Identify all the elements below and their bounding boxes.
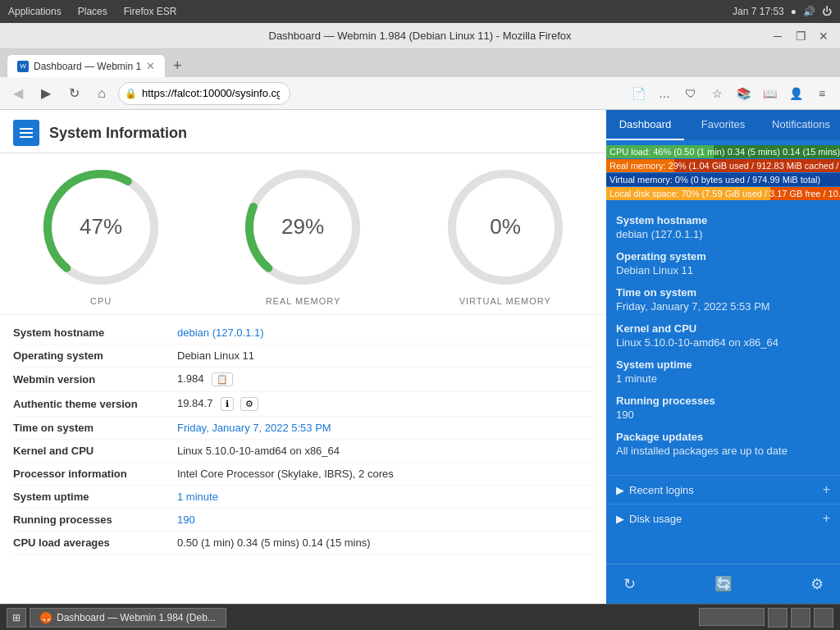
places-menu[interactable]: Places xyxy=(78,6,107,17)
theme-info-btn[interactable]: ℹ xyxy=(221,397,234,411)
cpu-load-value: 0.50 (1 min) 0.34 (5 mins) 0.14 (15 mins… xyxy=(177,536,593,549)
firefox-esr-menu[interactable]: Firefox ESR xyxy=(124,6,177,17)
cpu-load-bar-text: CPU load: 46% (0.50 (1 min) 0.34 (5 mins… xyxy=(606,145,840,158)
cpu-gauge-label: CPU xyxy=(90,296,112,306)
processes-link[interactable]: 190 xyxy=(177,514,195,526)
more-button[interactable]: … xyxy=(653,82,676,105)
processes-label: Running processes xyxy=(13,514,177,526)
hostname-value: debian (127.0.1.1) xyxy=(177,326,593,339)
active-tab[interactable]: W Dashboard — Webmin 1 ✕ xyxy=(7,54,166,77)
time-label: Time on system xyxy=(13,422,177,434)
recent-logins-label: ▶ Recent logins xyxy=(616,484,694,496)
volume-icon[interactable]: 🔊 xyxy=(803,6,815,17)
disk-space-bar[interactable]: Local disk space: 70% (7.59 GiB used / 3… xyxy=(606,187,840,200)
disk-usage-chevron: ▶ xyxy=(616,513,624,525)
sidebar-packages-value: All installed packages are up to date xyxy=(616,445,830,457)
bookmark-button[interactable]: ☆ xyxy=(705,82,728,105)
sidebar-processes-item: Running processes 190 xyxy=(616,395,830,421)
tab-notifications[interactable]: Notifications xyxy=(762,110,840,140)
webmin-header: System Information xyxy=(0,110,606,153)
hostname-link[interactable]: debian (127.0.1.1) xyxy=(177,326,264,339)
minimize-button[interactable]: ─ xyxy=(768,26,788,46)
tab-close-button[interactable]: ✕ xyxy=(146,60,155,72)
maximize-button[interactable]: ❐ xyxy=(791,26,810,46)
theme-version-label: Authentic theme version xyxy=(13,398,177,410)
applications-menu[interactable]: Applications xyxy=(8,6,62,17)
sidebar-info: System hostname debian (127.0.1.1) Opera… xyxy=(606,206,840,475)
settings-button[interactable]: ⚙ xyxy=(804,571,830,597)
recent-logins-text: Recent logins xyxy=(629,484,694,496)
library-button[interactable]: 📚 xyxy=(732,82,755,105)
recent-logins-chevron: ▶ xyxy=(616,484,624,496)
sidebar-hostname-label: System hostname xyxy=(616,214,830,226)
power-icon[interactable]: ⏻ xyxy=(822,6,832,17)
theme-settings-btn[interactable]: ⚙ xyxy=(240,397,258,411)
refresh-button[interactable]: ↻ xyxy=(616,571,642,597)
taskbar-btn-1[interactable] xyxy=(768,608,788,628)
webmin-copy-btn[interactable]: 📋 xyxy=(212,372,233,386)
sidebar-bottom: ↻ 🔄 ⚙ xyxy=(606,564,840,604)
recent-logins-expand[interactable]: ▶ Recent logins + xyxy=(606,475,840,504)
webmin-version-value: 1.984 📋 xyxy=(177,372,593,386)
uptime-link[interactable]: 1 minute xyxy=(177,491,218,503)
time-link[interactable]: Friday, January 7, 2022 5:53 PM xyxy=(177,422,331,434)
recent-logins-plus: + xyxy=(823,482,830,497)
webmin-panel: System Information 47% CPU 29% xyxy=(0,110,606,604)
disk-space-bar-text: Local disk space: 70% (7.59 GiB used / 3… xyxy=(606,187,840,200)
sidebar-hostname-item: System hostname debian (127.0.1.1) xyxy=(616,214,830,240)
table-row: Authentic theme version 19.84.7 ℹ ⚙ xyxy=(13,392,593,417)
menu-button[interactable]: ≡ xyxy=(810,82,833,105)
real-memory-bar[interactable]: Real memory: 29% (1.04 GiB used / 912.83… xyxy=(606,159,840,172)
cpu-gauge: 47% xyxy=(35,162,167,293)
taskbar-btn-3[interactable] xyxy=(814,608,833,628)
right-sidebar: Dashboard Favorites Notifications CPU lo… xyxy=(606,110,840,604)
home-button[interactable]: ⌂ xyxy=(90,82,113,105)
sidebar-hostname-value: debian (127.0.1.1) xyxy=(616,228,830,240)
tab-favorites[interactable]: Favorites xyxy=(684,110,762,140)
reader-view-button[interactable]: 📄 xyxy=(627,82,650,105)
real-memory-bar-text: Real memory: 29% (1.04 GiB used / 912.83… xyxy=(606,159,840,172)
svg-text:0%: 0% xyxy=(490,214,521,239)
taskbar-btn-2[interactable] xyxy=(791,608,810,628)
reader-mode-button[interactable]: 📖 xyxy=(758,82,781,105)
account-button[interactable]: 👤 xyxy=(784,82,807,105)
virtual-memory-bar[interactable]: Virtual memory: 0% (0 bytes used / 974.9… xyxy=(606,173,840,186)
os-topbar: Applications Places Firefox ESR Jan 7 17… xyxy=(0,0,840,23)
real-memory-gauge: 29% xyxy=(237,162,368,293)
hostname-label: System hostname xyxy=(13,326,177,339)
table-row: Running processes 190 xyxy=(13,509,593,532)
datetime-display: Jan 7 17:53 xyxy=(733,6,784,17)
hamburger-line-2 xyxy=(20,132,33,134)
cpu-load-bar[interactable]: CPU load: 46% (0.50 (1 min) 0.34 (5 mins… xyxy=(606,145,840,158)
time-value: Friday, January 7, 2022 5:53 PM xyxy=(177,422,593,434)
disk-usage-expand[interactable]: ▶ Disk usage + xyxy=(606,504,840,532)
address-input[interactable] xyxy=(118,82,290,105)
taskbar-search-input[interactable] xyxy=(699,608,765,626)
disk-usage-label: ▶ Disk usage xyxy=(616,513,682,525)
hamburger-button[interactable] xyxy=(13,120,39,146)
sidebar-uptime-label: System uptime xyxy=(616,358,830,371)
reload-button[interactable]: ↻ xyxy=(62,82,85,105)
shield-button[interactable]: 🛡 xyxy=(679,82,702,105)
back-button[interactable]: ◀ xyxy=(7,82,30,105)
kernel-value: Linux 5.10.0-10-amd64 on x86_64 xyxy=(177,445,593,457)
virtual-memory-bar-text: Virtual memory: 0% (0 bytes used / 974.9… xyxy=(606,173,840,186)
tab-dashboard[interactable]: Dashboard xyxy=(606,110,684,140)
uptime-value: 1 minute xyxy=(177,491,593,503)
browser-addressbar: ◀ ▶ ↻ ⌂ 🔒 📄 … 🛡 ☆ 📚 📖 👤 ≡ xyxy=(0,77,840,110)
close-button[interactable]: ✕ xyxy=(814,26,833,46)
network-icon: ● xyxy=(791,6,797,17)
taskbar-right xyxy=(699,608,833,628)
refresh-alt-button[interactable]: 🔄 xyxy=(710,571,737,597)
taskbar-firefox-icon: 🦊 xyxy=(40,612,52,623)
taskbar-show-desktop[interactable]: ⊞ xyxy=(7,608,26,628)
sidebar-time-label: Time on system xyxy=(616,286,830,299)
forward-button[interactable]: ▶ xyxy=(34,82,57,105)
taskbar-firefox-item[interactable]: 🦊 Dashboard — Webmin 1.984 (Deb... xyxy=(30,608,226,628)
new-tab-button[interactable]: + xyxy=(166,54,189,77)
table-row: Kernel and CPU Linux 5.10.0-10-amd64 on … xyxy=(13,440,593,463)
security-lock-icon: 🔒 xyxy=(125,88,137,99)
table-row: Processor information Intel Core Process… xyxy=(13,463,593,486)
os-label: Operating system xyxy=(13,349,177,362)
theme-version-value: 19.84.7 ℹ ⚙ xyxy=(177,397,593,411)
